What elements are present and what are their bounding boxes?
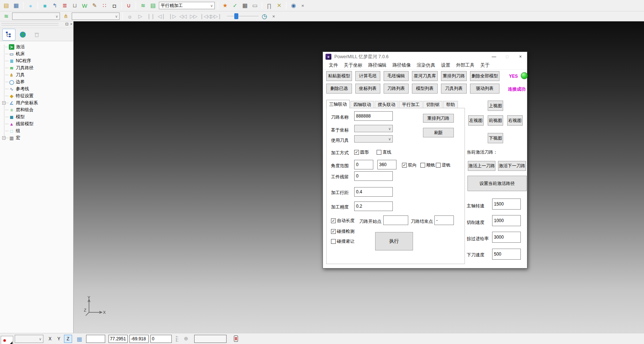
expand-icon[interactable]: +: [2, 101, 6, 105]
tree-item-patterns[interactable]: ∿ 参考线: [1, 85, 73, 92]
grid-snap-icon[interactable]: ▦: [75, 335, 84, 343]
tree-item-feature-sets[interactable]: ◆ 特征设置: [1, 92, 73, 99]
circular-checkbox[interactable]: ✓ 圆形: [354, 149, 369, 155]
execute-button[interactable]: 执行: [375, 232, 413, 250]
ncprogram-lines-icon[interactable]: ≣: [61, 1, 69, 10]
tab-3axis[interactable]: 三轴联动: [326, 100, 350, 108]
tool-arc-icon[interactable]: ∪: [125, 1, 133, 10]
menu-render-sim[interactable]: 渲染仿真: [414, 62, 438, 69]
tree-item-activate[interactable]: ≻ 激活: [1, 43, 73, 50]
tab-explorer-tree[interactable]: [2, 29, 15, 41]
menu-file[interactable]: 文件: [326, 62, 341, 69]
tree-item-boundaries[interactable]: ◯ 边界: [1, 78, 73, 85]
coord-list-button[interactable]: 坐标列表: [355, 84, 380, 94]
axes-locator-icon[interactable]: ⊕: [184, 336, 188, 341]
tool-star-icon[interactable]: ★: [221, 1, 229, 10]
angle-start-input[interactable]: [354, 160, 373, 169]
tab-explorer-trash[interactable]: [30, 29, 43, 41]
menu-external-tools[interactable]: 外部工具: [453, 62, 477, 69]
go-to-start-icon[interactable]: ❘◁◁: [200, 13, 209, 19]
collision-check-checkbox[interactable]: ✓ 碰撞检测: [331, 228, 355, 235]
save-icon[interactable]: ▦: [12, 1, 20, 10]
tab-tilt-head[interactable]: 摆头联动: [375, 101, 398, 108]
expand-icon[interactable]: +: [2, 136, 6, 140]
skim-feed-input[interactable]: [492, 232, 521, 243]
tab-saw[interactable]: 切割锯: [423, 101, 442, 108]
tree-item-macros[interactable]: + ▥ 宏: [1, 134, 73, 141]
tree-item-workplanes[interactable]: + ∠ 用户坐标系: [1, 99, 73, 106]
delete-all-models-button[interactable]: 删除全部模型: [470, 71, 499, 81]
play-icon[interactable]: ▷: [136, 13, 145, 19]
menu-path-mirror[interactable]: 路径镜像: [389, 62, 414, 69]
top-view-button[interactable]: 上视图: [488, 101, 503, 111]
block-icon[interactable]: ■: [41, 1, 49, 10]
tool-combo[interactable]: ∨: [72, 13, 120, 20]
cross-tools-icon[interactable]: ✕: [275, 1, 283, 10]
fast-forward-icon[interactable]: ▷▷: [189, 13, 198, 19]
use-tool-combo[interactable]: ∨: [354, 135, 393, 143]
machining-strategy-combo[interactable]: 平行精加工 ∨: [159, 2, 215, 9]
rewind-icon[interactable]: ◁◁: [178, 13, 187, 19]
collision-avoid-checkbox[interactable]: 碰撞避让: [331, 238, 355, 245]
simulation-speed-slider[interactable]: [227, 13, 259, 19]
minimize-button[interactable]: —: [487, 52, 501, 62]
stock-edit-button[interactable]: 毛坯编辑: [384, 71, 409, 81]
tool-pair-icon[interactable]: ∏: [265, 1, 273, 10]
model-list-button[interactable]: 模型列表: [412, 84, 438, 94]
pause-icon[interactable]: ❘❘: [146, 13, 155, 19]
start-point-input[interactable]: [383, 215, 408, 225]
tree-item-models[interactable]: ◼ 模型: [1, 113, 73, 120]
close-panel-icon[interactable]: ×: [70, 22, 72, 27]
tool-icon[interactable]: ⋔: [62, 12, 70, 20]
tree-item-stock-models[interactable]: ▲ 残留模型: [1, 120, 73, 127]
tab-help[interactable]: 帮助: [443, 101, 458, 108]
lightbulb-icon[interactable]: ☼: [126, 12, 134, 20]
coord-base-combo[interactable]: ∨: [354, 125, 393, 132]
toolbar-close-icon[interactable]: ×: [299, 3, 306, 8]
toolpath-combo[interactable]: ∨: [12, 13, 60, 20]
toolpath-arrow-icon[interactable]: ↰: [51, 1, 59, 10]
scatter-points-icon[interactable]: ∷: [100, 1, 108, 10]
compute-stock-button[interactable]: 计算毛坯: [355, 71, 380, 81]
activate-prev-toolpath-button[interactable]: 激活上一刀路: [468, 161, 495, 171]
calculator-icon[interactable]: ▦: [241, 1, 249, 10]
tool-library-button[interactable]: 星河刀具库: [412, 71, 438, 81]
clipboard-icon[interactable]: [234, 336, 238, 342]
axis-z-button[interactable]: Z: [64, 335, 72, 343]
set-active-path-button[interactable]: 设置当前激活路径: [467, 176, 527, 191]
tab-parallel[interactable]: 平行加工: [399, 101, 423, 108]
step-back-icon[interactable]: ◁❘: [157, 13, 166, 19]
axis-x-button[interactable]: X: [46, 335, 54, 343]
toolbar-close-icon[interactable]: ×: [270, 14, 277, 19]
open-file-icon[interactable]: ▤: [2, 1, 10, 10]
rearrange-toolpaths-button[interactable]: 重排列刀路: [441, 71, 467, 81]
bottom-view-button[interactable]: 下视图: [488, 133, 503, 143]
maximize-button[interactable]: □: [501, 52, 514, 62]
dialog-titlebar[interactable]: ★ PowerMILL 忆梦星河 7.0.6 — □ ×: [323, 52, 527, 62]
left-view-button[interactable]: 左视图: [468, 115, 484, 126]
ruler-icon[interactable]: ▭: [251, 1, 259, 10]
toolpath-list-button[interactable]: 刀路列表: [384, 84, 409, 94]
stock-remain-input[interactable]: [354, 171, 393, 181]
tree-item-tools[interactable]: ⋔ 刀具: [1, 71, 73, 78]
block-tool-icon[interactable]: ◘: [110, 1, 118, 10]
axis-y-button[interactable]: Y: [55, 335, 63, 343]
toolpath-spring-icon[interactable]: ≋: [139, 1, 147, 10]
toolpath-name-input[interactable]: [354, 111, 393, 121]
cursor-y-field[interactable]: -69.918: [129, 335, 149, 343]
toolholder-icon[interactable]: W: [81, 1, 89, 10]
float-panel-icon[interactable]: ⊡: [65, 22, 68, 27]
close-button[interactable]: ×: [514, 52, 527, 62]
panel-grip[interactable]: ⊡ ×: [0, 21, 73, 28]
tool-ball-icon[interactable]: ⊔: [71, 1, 79, 10]
linear-checkbox[interactable]: 直线: [377, 149, 391, 155]
cursor-z-field[interactable]: 0: [150, 335, 172, 343]
tab-explorer-world[interactable]: [16, 29, 29, 41]
clock-icon[interactable]: ◷: [260, 12, 268, 20]
tree-item-toolpaths[interactable]: ≋ 刀具路径: [1, 64, 73, 71]
climb-mill-checkbox[interactable]: 顺铣: [420, 162, 435, 168]
end-point-input[interactable]: [434, 215, 454, 225]
step-forward-icon[interactable]: ❘▷: [168, 13, 177, 19]
tree-item-machine[interactable]: ▭ 机床: [1, 50, 73, 57]
tab-4axis[interactable]: 四轴联动: [351, 101, 374, 108]
